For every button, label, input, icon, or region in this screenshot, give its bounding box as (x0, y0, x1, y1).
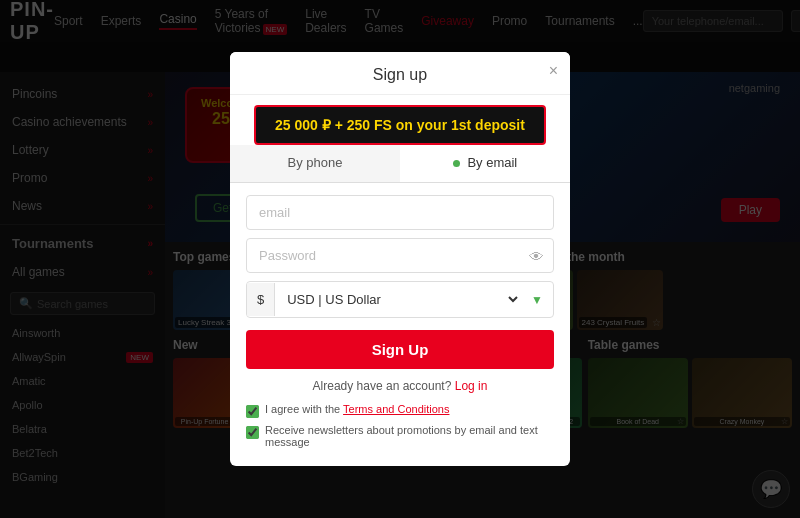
currency-select[interactable]: USD | US Dollar (275, 282, 521, 317)
active-dot (453, 160, 460, 167)
signup-modal: Sign up × 25 000 ₽ + 250 FS on your 1st … (230, 52, 570, 466)
tab-phone[interactable]: By phone (230, 145, 400, 182)
currency-select-wrapper: $ USD | US Dollar ▼ (246, 281, 554, 318)
terms-link[interactable]: Terms and Conditions (343, 403, 449, 415)
modal-close-button[interactable]: × (549, 62, 558, 80)
newsletter-checkbox-row: Receive newsletters about promotions by … (246, 424, 554, 448)
login-link[interactable]: Log in (455, 379, 488, 393)
modal-overlay: Sign up × 25 000 ₽ + 250 FS on your 1st … (0, 0, 800, 518)
modal-bonus-section: 25 000 ₽ + 250 FS on your 1st deposit (230, 95, 570, 145)
currency-symbol: $ (247, 283, 275, 316)
eye-icon[interactable]: 👁 (529, 247, 544, 264)
terms-checkbox[interactable] (246, 405, 259, 418)
login-link-row: Already have an account? Log in (246, 379, 554, 393)
password-field[interactable] (246, 238, 554, 273)
modal-bonus-banner: 25 000 ₽ + 250 FS on your 1st deposit (254, 105, 546, 145)
modal-tabs: By phone By email (230, 145, 570, 183)
password-wrapper: 👁 (246, 238, 554, 273)
terms-checkbox-row: I agree with the Terms and Conditions (246, 403, 554, 418)
modal-header: Sign up × (230, 52, 570, 95)
chevron-down-icon: ▼ (521, 284, 553, 316)
tab-email[interactable]: By email (400, 145, 570, 182)
email-field[interactable] (246, 195, 554, 230)
modal-form: 👁 $ USD | US Dollar ▼ Sign Up Already ha… (230, 183, 570, 466)
modal-title: Sign up (246, 66, 554, 84)
newsletter-checkbox[interactable] (246, 426, 259, 439)
signup-modal-button[interactable]: Sign Up (246, 330, 554, 369)
